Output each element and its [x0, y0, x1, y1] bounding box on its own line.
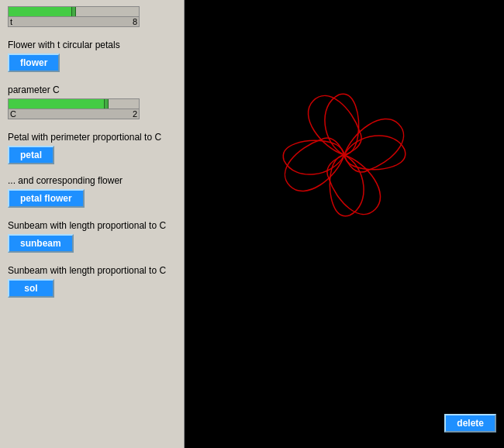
canvas-panel: delete	[185, 0, 504, 448]
c-param-section: parameter C C 2	[8, 80, 176, 119]
sunbeam1-label: Sunbeam with length proportional to C	[8, 220, 176, 231]
c-slider-fill	[9, 99, 106, 109]
c-slider-track[interactable]	[8, 98, 140, 109]
t-slider-value: 8	[133, 17, 137, 26]
sunbeam-section: Sunbeam with length proportional to C su…	[8, 215, 176, 253]
sunbeam-button[interactable]: sunbeam	[8, 234, 74, 253]
t-slider-fill	[9, 7, 74, 16]
petal-flower-button[interactable]: petal flower	[8, 189, 85, 208]
t-slider-label: t	[10, 17, 12, 26]
and-label: ... and corresponding flower	[8, 175, 176, 186]
t-slider-section: t 8	[8, 6, 176, 27]
left-panel: t 8 Flower with t circular petals flower…	[0, 0, 185, 448]
petal-section: Petal with perimeter proportional to C p…	[8, 127, 176, 164]
flower-button[interactable]: flower	[8, 53, 60, 72]
t-slider-track[interactable]	[8, 6, 140, 17]
c-slider-handle	[104, 99, 109, 109]
c-slider-label: C	[10, 109, 16, 119]
sunbeam2-label: Sunbeam with length proportional to C	[8, 265, 176, 276]
petal-button[interactable]: petal	[8, 146, 54, 164]
parameter-c-label: parameter C	[8, 84, 176, 95]
flower-label: Flower with t circular petals	[8, 40, 176, 50]
delete-button[interactable]: delete	[444, 414, 496, 432]
petal-flower-section: ... and corresponding flower petal flowe…	[8, 172, 176, 208]
t-slider-value-row: t 8	[8, 17, 140, 27]
c-slider-value: 2	[133, 109, 137, 119]
sol-section: Sunbeam with length proportional to C so…	[8, 260, 176, 298]
sol-button[interactable]: sol	[8, 279, 54, 298]
canvas-svg	[185, 0, 504, 448]
t-slider-handle	[71, 7, 76, 17]
petal-label: Petal with perimeter proportional to C	[8, 132, 176, 143]
flower-section: Flower with t circular petals flower	[8, 35, 176, 72]
c-slider-value-row: C 2	[8, 109, 140, 119]
